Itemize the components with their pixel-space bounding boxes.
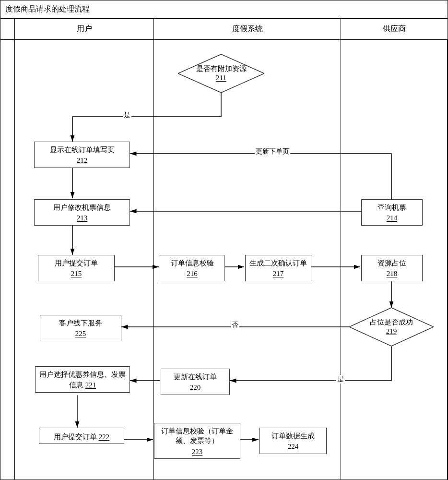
step-num: 225 [75, 329, 86, 338]
edge-label-yes-219: 是 [336, 375, 345, 384]
step-num: 214 [387, 213, 398, 223]
step-num: 222 [99, 432, 110, 442]
step-label: 显示在线订单填写页 [38, 145, 126, 155]
step-show-order-page: 显示在线订单填写页 212 [34, 142, 130, 168]
step-label: 更新在线订单 [165, 372, 225, 382]
lane-headers: 用户 度假系统 供应商 [0, 19, 448, 40]
swimlane-diagram: 度假商品请求的处理流程 用户 度假系统 供应商 [0, 0, 448, 480]
step-num: 218 [387, 269, 398, 278]
lane-header-user: 用户 [15, 19, 154, 39]
step-label: 用户提交订单 [42, 258, 110, 268]
step-num: 213 [77, 213, 88, 223]
step-label: 用户修改机票信息 [38, 203, 126, 212]
step-submit-order-2: 用户提交订单 222 [39, 428, 124, 444]
lane-gutter [0, 40, 15, 480]
step-gen-order-data: 订单数据生成 224 [259, 428, 327, 454]
step-label: 资源占位 [365, 258, 418, 268]
lane-gutter-header [0, 19, 15, 39]
lane-header-system: 度假系统 [154, 19, 341, 39]
decision-label: 占位是否成功 [370, 318, 413, 327]
step-num: 220 [190, 383, 201, 392]
step-num: 221 [85, 380, 96, 390]
lane-header-supplier: 供应商 [341, 19, 448, 39]
step-select-coupon-invoice: 用户选择优惠券信息、发票信息 221 [35, 366, 130, 393]
diagram-title: 度假商品请求的处理流程 [0, 0, 448, 19]
step-label: 订单信息校验 [164, 258, 220, 268]
step-num: 217 [273, 269, 284, 278]
step-num: 216 [187, 269, 198, 278]
step-num: 223 [192, 447, 203, 456]
step-update-online-order: 更新在线订单 220 [161, 369, 230, 395]
step-label: 用户提交订单 [54, 433, 97, 441]
step-num: 215 [71, 269, 82, 278]
step-num: 224 [288, 442, 299, 451]
decision-label: 是否有附加资源 [196, 64, 247, 74]
step-reserve-resource: 资源占位 218 [361, 255, 423, 281]
step-modify-ticket: 用户修改机票信息 213 [34, 199, 130, 226]
step-validate-order-2: 订单信息校验（订单金额、发票等） 223 [154, 423, 240, 459]
decision-has-addon: 是否有附加资源 211 [178, 54, 264, 93]
step-label: 客户线下服务 [44, 318, 117, 328]
step-label: 订单数据生成 [264, 431, 322, 441]
step-label: 用户选择优惠券信息、发票信息 [39, 371, 126, 389]
decision-num: 211 [216, 73, 226, 83]
step-label: 生成二次确认订单 [249, 259, 307, 267]
step-num: 212 [77, 156, 88, 165]
decision-reserve-success: 占位是否成功 219 [349, 308, 434, 346]
step-offline-service: 客户线下服务 225 [40, 315, 121, 341]
step-validate-order-1: 订单信息校验 216 [160, 255, 224, 281]
edge-label-update-page: 更新下单页 [255, 147, 290, 156]
step-label: 订单信息校验（订单金额、发票等） [161, 427, 233, 444]
edge-label-no-219: 否 [231, 321, 239, 329]
step-query-ticket: 查询机票 214 [361, 199, 423, 226]
edge-label-yes-211: 是 [123, 111, 131, 120]
step-label: 查询机票 [365, 203, 418, 212]
step-submit-order-1: 用户提交订单 215 [38, 255, 115, 281]
step-gen-confirm-order: 生成二次确认订单 217 [245, 255, 311, 281]
lanes-body: 是否有附加资源 211 显示在线订单填写页 212 用户修改机票信息 213 查… [0, 40, 448, 480]
decision-num: 219 [386, 327, 397, 336]
